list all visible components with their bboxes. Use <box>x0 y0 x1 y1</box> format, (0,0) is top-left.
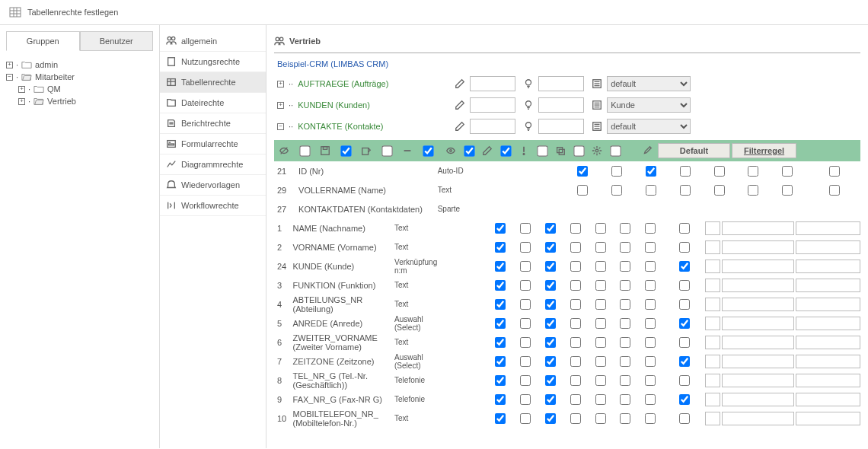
field-chk-4[interactable] <box>595 394 606 405</box>
field-chk-6[interactable] <box>645 280 656 291</box>
hdr-view-all[interactable] <box>464 145 474 156</box>
cat-select[interactable]: default <box>607 119 691 134</box>
field-chk-1[interactable] <box>611 185 622 196</box>
field-chk-4[interactable] <box>595 375 606 386</box>
field-chk-2[interactable] <box>545 223 556 234</box>
field-chk-3[interactable] <box>570 356 581 367</box>
field-chk-2[interactable] <box>545 413 556 424</box>
field-chk-7[interactable] <box>679 299 690 310</box>
hdr-chk-3[interactable] <box>381 145 392 156</box>
field-inp-sm[interactable] <box>705 279 720 292</box>
field-inp-filter[interactable] <box>796 317 860 330</box>
field-chk-0[interactable] <box>577 185 588 196</box>
eye-icon[interactable] <box>445 145 456 156</box>
field-chk-1[interactable] <box>520 375 531 386</box>
field-inp-filter[interactable] <box>796 221 860 235</box>
tab-groups[interactable]: Gruppen <box>6 31 80 51</box>
field-chk-0[interactable] <box>495 356 506 367</box>
field-chk-5[interactable] <box>620 337 630 348</box>
cat-select[interactable]: Kunde <box>607 97 691 113</box>
field-chk-3[interactable] <box>570 261 581 272</box>
bulb-icon[interactable] <box>523 78 534 89</box>
field-chk-2[interactable] <box>545 356 556 367</box>
field-chk-0[interactable] <box>495 242 506 253</box>
tree-item-admin[interactable]: +·admin <box>6 59 153 71</box>
hdr-copy-all[interactable] <box>573 145 584 156</box>
brush-icon[interactable] <box>642 145 653 156</box>
pencil-icon[interactable] <box>455 121 465 132</box>
bulb-icon[interactable] <box>523 121 534 132</box>
field-inp-default[interactable] <box>722 279 794 292</box>
field-chk-6[interactable] <box>645 318 656 329</box>
field-chk-4[interactable] <box>595 261 606 272</box>
field-chk-5[interactable] <box>620 280 630 291</box>
field-chk-4[interactable] <box>714 185 725 196</box>
field-chk-2[interactable] <box>646 166 656 177</box>
expand-icon[interactable]: + <box>277 102 284 109</box>
hdr-gear-all[interactable] <box>610 145 621 156</box>
field-chk-0[interactable] <box>577 166 588 177</box>
field-chk-1[interactable] <box>520 413 531 424</box>
field-chk-6[interactable] <box>645 375 656 386</box>
cat-input-2[interactable] <box>538 76 584 91</box>
field-inp-sm[interactable] <box>705 317 720 330</box>
field-chk-7[interactable] <box>679 356 690 367</box>
field-chk-4[interactable] <box>595 337 606 348</box>
field-chk-2[interactable] <box>545 337 556 348</box>
field-chk-1[interactable] <box>520 223 531 234</box>
menu-wiedervorlagen[interactable]: Wiedervorlagen <box>160 175 266 196</box>
copy-icon[interactable] <box>555 145 566 156</box>
save-icon[interactable] <box>320 145 330 156</box>
field-inp-filter[interactable] <box>796 298 860 311</box>
field-chk-1[interactable] <box>520 394 531 405</box>
field-chk-0[interactable] <box>495 375 506 386</box>
bulb-icon[interactable] <box>523 100 534 110</box>
pencil-icon[interactable] <box>455 78 465 89</box>
gear-icon[interactable] <box>592 145 602 156</box>
pencil-icon[interactable] <box>482 145 493 156</box>
field-inp-filter[interactable] <box>796 412 860 425</box>
field-chk-6[interactable] <box>782 166 793 177</box>
expand-icon[interactable]: + <box>277 81 284 88</box>
menu-nutzungsrechte[interactable]: Nutzungsrechte <box>160 52 266 72</box>
field-inp-filter[interactable] <box>796 355 860 368</box>
field-inp-default[interactable] <box>722 355 794 368</box>
list-icon[interactable] <box>592 100 602 110</box>
field-chk-6[interactable] <box>645 261 656 272</box>
cat-input-1[interactable] <box>470 76 515 91</box>
field-chk-3[interactable] <box>570 299 581 310</box>
field-chk-7[interactable] <box>829 185 840 196</box>
field-inp-default[interactable] <box>722 298 794 311</box>
field-chk-0[interactable] <box>495 413 506 424</box>
field-chk-5[interactable] <box>748 185 758 196</box>
field-inp-sm[interactable] <box>705 374 720 387</box>
hdr-chk-2[interactable] <box>340 145 351 156</box>
field-chk-4[interactable] <box>595 356 606 367</box>
field-chk-1[interactable] <box>520 337 531 348</box>
field-inp-default[interactable] <box>722 336 794 349</box>
field-inp-filter[interactable] <box>796 374 860 387</box>
field-chk-1[interactable] <box>520 299 531 310</box>
field-chk-3[interactable] <box>570 413 581 424</box>
field-chk-5[interactable] <box>748 166 758 177</box>
field-chk-3[interactable] <box>570 394 581 405</box>
expand-icon[interactable]: − <box>277 123 284 130</box>
field-chk-2[interactable] <box>545 299 556 310</box>
field-inp-default[interactable] <box>722 412 794 425</box>
field-chk-7[interactable] <box>829 166 840 177</box>
cat-select[interactable]: default <box>607 76 691 91</box>
field-inp-default[interactable] <box>722 393 794 406</box>
field-chk-2[interactable] <box>545 280 556 291</box>
field-chk-5[interactable] <box>620 318 630 329</box>
field-chk-0[interactable] <box>495 394 506 405</box>
field-chk-1[interactable] <box>520 242 531 253</box>
cat-input-2[interactable] <box>538 119 584 134</box>
field-inp-filter[interactable] <box>796 240 860 254</box>
menu-dateirechte[interactable]: Dateirechte <box>160 93 266 113</box>
field-chk-0[interactable] <box>495 261 506 272</box>
warn-icon[interactable] <box>519 145 529 156</box>
hdr-default[interactable]: Default <box>658 143 730 158</box>
field-chk-4[interactable] <box>595 223 606 234</box>
field-chk-3[interactable] <box>680 166 691 177</box>
field-chk-5[interactable] <box>620 413 630 424</box>
